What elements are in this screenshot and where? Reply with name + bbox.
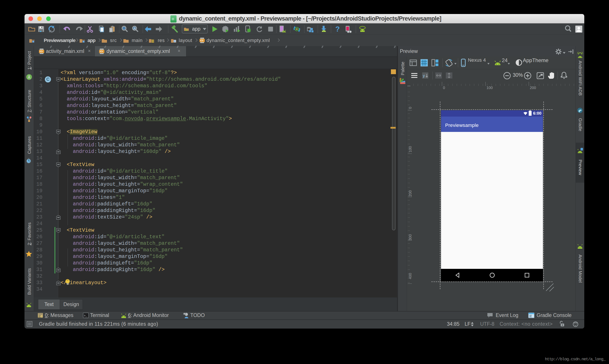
svg-text:<>: <> <box>200 39 203 42</box>
svg-text:y: y <box>423 74 425 78</box>
svg-text:>_: >_ <box>84 314 87 317</box>
svg-text:<>: <> <box>39 50 43 53</box>
svg-text:<>: <> <box>100 50 103 53</box>
svg-text:A: A <box>133 26 136 30</box>
svg-text:?: ? <box>335 25 340 33</box>
